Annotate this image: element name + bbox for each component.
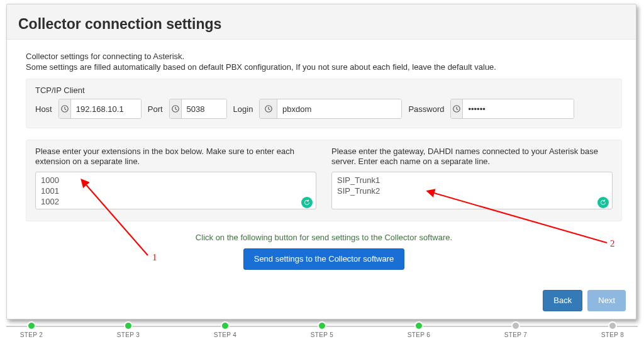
host-label: Host — [35, 104, 52, 114]
intro-text: Collector settings for connecting to Ast… — [26, 51, 622, 72]
tcp-ip-heading: TCP/IP Client — [35, 86, 613, 95]
step-4: STEP 4 — [206, 321, 244, 338]
step-indicator: STEP 2STEP 3STEP 4STEP 5STEP 6STEP 7STEP… — [6, 321, 638, 340]
tcp-ip-form-row: Host Port Login — [35, 99, 613, 119]
extensions-textarea[interactable] — [35, 172, 316, 209]
grammarly-icon — [597, 197, 609, 208]
two-columns: Please enter your extensions in the box … — [35, 147, 613, 212]
step-label: STEP 5 — [311, 331, 334, 338]
gateways-column: Please enter the gateway, DAHDI names co… — [331, 147, 613, 212]
svg-line-11 — [457, 109, 458, 110]
send-row: Send settings to the Collector software — [26, 248, 622, 270]
password-label: Password — [408, 104, 444, 114]
host-input[interactable] — [71, 99, 141, 118]
host-input-group — [58, 99, 142, 119]
svg-line-5 — [175, 109, 177, 110]
port-label: Port — [148, 104, 163, 114]
step-label: STEP 6 — [408, 331, 431, 338]
send-hint: Click on the following button for send s… — [26, 233, 622, 242]
login-input[interactable] — [277, 99, 401, 118]
step-label: STEP 3 — [117, 331, 140, 338]
page-title: Collector connection settings — [18, 16, 625, 33]
next-button[interactable]: Next — [587, 290, 626, 311]
step-2: STEP 2 — [13, 321, 50, 338]
host-addon-icon — [59, 99, 71, 118]
back-button[interactable]: Back — [543, 290, 582, 311]
step-dot — [221, 321, 230, 330]
svg-line-8 — [269, 109, 270, 110]
extensions-label: Please enter your extensions in the box … — [35, 147, 316, 168]
port-input[interactable] — [182, 99, 226, 118]
step-6: STEP 6 — [400, 321, 438, 338]
port-addon-icon — [170, 99, 182, 118]
settings-card: Collector connection settings Collector … — [6, 4, 636, 319]
step-dot — [27, 321, 36, 330]
password-input[interactable] — [463, 99, 574, 118]
password-input-group — [450, 99, 574, 119]
step-label: STEP 8 — [601, 331, 625, 338]
extensions-textarea-wrap — [35, 172, 316, 212]
step-8: STEP 8 — [594, 321, 631, 338]
login-label: Login — [233, 104, 253, 114]
login-input-group — [259, 99, 402, 119]
send-settings-button[interactable]: Send settings to the Collector software — [243, 248, 405, 270]
step-dot — [511, 321, 520, 330]
intro-line-2: Some settings are filled automatically b… — [26, 62, 496, 72]
step-7: STEP 7 — [497, 321, 535, 338]
gateways-label: Please enter the gateway, DAHDI names co… — [331, 147, 613, 168]
login-addon-icon — [260, 99, 277, 118]
gateways-textarea[interactable] — [331, 172, 613, 209]
footer-actions: Back Next — [543, 290, 626, 311]
step-dot — [608, 321, 617, 330]
step-dots: STEP 2STEP 3STEP 4STEP 5STEP 6STEP 7STEP… — [6, 321, 638, 338]
card-body: Collector settings for connecting to Ast… — [7, 40, 636, 270]
step-3: STEP 3 — [109, 321, 147, 338]
step-dot — [124, 321, 133, 330]
port-input-group — [169, 99, 227, 119]
gateways-textarea-wrap — [331, 172, 613, 212]
grammarly-icon — [301, 197, 313, 208]
step-label: STEP 4 — [214, 331, 237, 338]
extensions-column: Please enter your extensions in the box … — [35, 147, 316, 212]
password-addon-icon — [451, 99, 463, 118]
intro-line-1: Collector settings for connecting to Ast… — [26, 52, 184, 61]
step-dot — [414, 321, 423, 330]
tcp-ip-panel: TCP/IP Client Host Port — [26, 79, 622, 128]
step-label: STEP 7 — [504, 331, 528, 338]
card-header: Collector connection settings — [7, 4, 636, 40]
step-label: STEP 2 — [20, 331, 43, 338]
step-dot — [318, 321, 326, 330]
svg-line-2 — [65, 109, 66, 110]
step-5: STEP 5 — [303, 321, 341, 338]
extensions-panel: Please enter your extensions in the box … — [26, 140, 622, 221]
